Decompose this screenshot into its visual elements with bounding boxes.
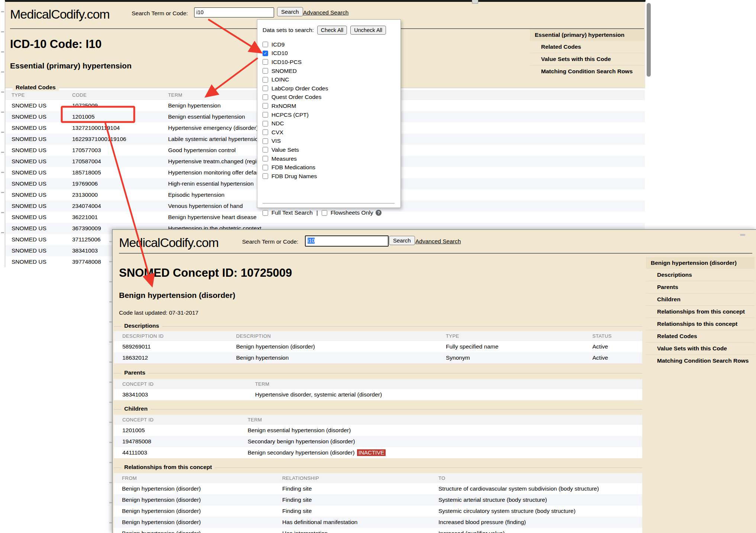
dataset-option[interactable]: LabCorp Order Codes (263, 84, 328, 93)
full-text-checkbox[interactable] (263, 210, 268, 216)
table-row: Benign hypertension (disorder)Has interp… (114, 528, 642, 533)
checkbox-checked-icon[interactable]: ✓ (263, 51, 268, 56)
table-cell: 1201005 (72, 113, 168, 120)
check-all-button[interactable]: Check All (317, 26, 347, 35)
table-row: 1201005Benign essential hypertension (di… (114, 425, 642, 436)
table-cell: SNOMED US (12, 203, 72, 209)
fieldset-border: Relationships from this concept (114, 468, 642, 468)
dataset-option[interactable]: CVX (263, 128, 328, 137)
search-input[interactable]: i10 (305, 235, 389, 247)
dataset-option[interactable]: RxNORM (263, 102, 328, 110)
checkbox-icon[interactable] (263, 147, 268, 152)
search-button[interactable]: Search (277, 7, 303, 16)
column-header: CONCEPT ID (122, 381, 255, 387)
dataset-option[interactable]: SNOMED (263, 67, 328, 76)
sidebar-link[interactable]: Value Sets with this Code (530, 53, 645, 65)
table-row: 38341003Hypertensive disorder, systemic … (114, 389, 642, 400)
table-row: Benign hypertension (disorder)Finding si… (114, 505, 642, 517)
dataset-option[interactable]: ICD9 (263, 40, 328, 49)
advanced-search-link[interactable]: Advanced Search (415, 238, 461, 245)
site-logo[interactable]: MedicalCodify.com (10, 7, 110, 22)
dataset-option[interactable]: FDB Drug Names (263, 172, 328, 181)
checkbox-icon[interactable] (263, 42, 268, 47)
checkbox-icon[interactable] (263, 103, 268, 109)
table-cell: Hypertensive disorder, systemic arterial… (255, 391, 642, 398)
table-cell: Benign hypertension (disorder) (122, 497, 282, 503)
sidebar-link[interactable]: Descriptions (646, 269, 755, 281)
checkbox-icon[interactable] (263, 112, 268, 118)
dropdown-divider (263, 203, 395, 203)
checkbox-icon[interactable] (263, 156, 268, 161)
dataset-option[interactable]: Quest Order Codes (263, 93, 328, 102)
sidebar-link[interactable]: Benign hypertension (disorder) (646, 257, 755, 269)
checkbox-icon[interactable] (263, 68, 268, 74)
sidebar-link[interactable]: Matching Condition Search Rows (646, 354, 755, 367)
table-cell: 18632012 (122, 354, 236, 361)
search-button[interactable]: Search (389, 236, 415, 245)
sidebar-link[interactable]: Children (646, 293, 755, 305)
section-legend: Relationships from this concept (121, 464, 215, 471)
dataset-option[interactable]: NDC (263, 119, 328, 128)
table-row: 44111003Benign secondary hypertension (d… (114, 447, 642, 458)
table-cell: Finding site (282, 508, 438, 514)
search-input[interactable]: i10 (194, 7, 274, 17)
table-cell: 36221001 (72, 214, 168, 221)
uncheck-all-button[interactable]: Uncheck All (350, 26, 386, 35)
site-logo[interactable]: MedicalCodify.com (119, 235, 219, 250)
checkbox-icon[interactable] (263, 86, 268, 91)
table-cell: SNOMED US (12, 259, 72, 265)
table-cell: Secondary benign hypertension (disorder) (248, 438, 642, 445)
flowsheets-checkbox[interactable] (322, 210, 327, 216)
table-header-row: CONCEPT IDTERM (114, 379, 642, 389)
column-header: CONCEPT ID (122, 417, 248, 423)
table-header-row: CONCEPT IDTERM (114, 415, 642, 425)
dataset-option[interactable]: ✓ICD10 (263, 49, 328, 58)
checkbox-icon[interactable] (263, 129, 268, 135)
column-header: STATUS (592, 333, 642, 339)
page-subtitle: Benign hypertension (disorder) (119, 291, 235, 300)
dataset-option[interactable]: VIS (263, 137, 328, 146)
table-cell: Good hypertension control (168, 147, 645, 154)
sidebar-link[interactable]: Matching Condition Search Rows (530, 65, 645, 77)
table-cell: Active (592, 343, 642, 350)
parents-table: CONCEPT IDTERM38341003Hypertensive disor… (114, 379, 642, 400)
table-cell: Benign hypertension (168, 102, 645, 109)
dataset-option[interactable]: LOINC (263, 75, 328, 84)
table-cell: Benign secondary hypertension (disorder)… (248, 449, 642, 456)
dataset-option[interactable]: FDB Medications (263, 163, 328, 172)
dataset-option[interactable]: ICD10-PCS (263, 58, 328, 67)
table-cell: Increased (qualifier value) (438, 530, 642, 533)
dataset-option[interactable]: Value Sets (263, 145, 328, 154)
sidebar-link[interactable]: Parents (646, 281, 755, 293)
search-label: Search Term or Code: (132, 10, 188, 17)
relationships-from-table: FROMRELATIONSHIPTOBenign hypertension (d… (114, 473, 642, 533)
help-icon[interactable]: ? (376, 210, 382, 216)
table-cell: Labile systemic arterial hypertension (168, 136, 645, 142)
sidebar-link[interactable]: Related Codes (646, 330, 755, 342)
sidebar-link[interactable]: Essential (primary) hypertension (530, 29, 645, 41)
dataset-option[interactable]: Measures (263, 154, 328, 163)
sidebar-link[interactable]: Relationships to this concept (646, 318, 755, 330)
table-cell: SNOMED US (12, 236, 72, 243)
checkbox-icon[interactable] (263, 94, 268, 100)
sidebar-link[interactable]: Value Sets with this Code (646, 342, 755, 354)
sidebar-link[interactable]: Relationships from this concept (646, 305, 755, 318)
sidebar-link[interactable]: Related Codes (530, 41, 645, 53)
checkbox-icon[interactable] (263, 121, 268, 126)
table-cell: 185718005 (72, 169, 168, 176)
checkbox-icon[interactable] (263, 165, 268, 170)
table-cell: High-renin essential hypertension (168, 180, 645, 187)
inactive-badge: INACTIVE (357, 449, 386, 456)
dataset-options: ICD9✓ICD10ICD10-PCSSNOMEDLOINCLabCorp Or… (263, 40, 328, 181)
advanced-search-link[interactable]: Advanced Search (303, 9, 348, 16)
vertical-scrollbar[interactable] (645, 1, 653, 265)
checkbox-icon[interactable] (263, 138, 268, 144)
checkbox-icon[interactable] (263, 173, 268, 179)
checkbox-icon[interactable] (263, 77, 268, 83)
scrollbar-thumb[interactable] (647, 3, 651, 77)
column-header: DESCRIPTION ID (122, 333, 236, 339)
checkbox-icon[interactable] (263, 59, 268, 65)
table-cell: SNOMED US (12, 147, 72, 154)
section-nav: Benign hypertension (disorder)Descriptio… (646, 257, 755, 367)
dataset-option[interactable]: HCPCS (CPT) (263, 110, 328, 119)
